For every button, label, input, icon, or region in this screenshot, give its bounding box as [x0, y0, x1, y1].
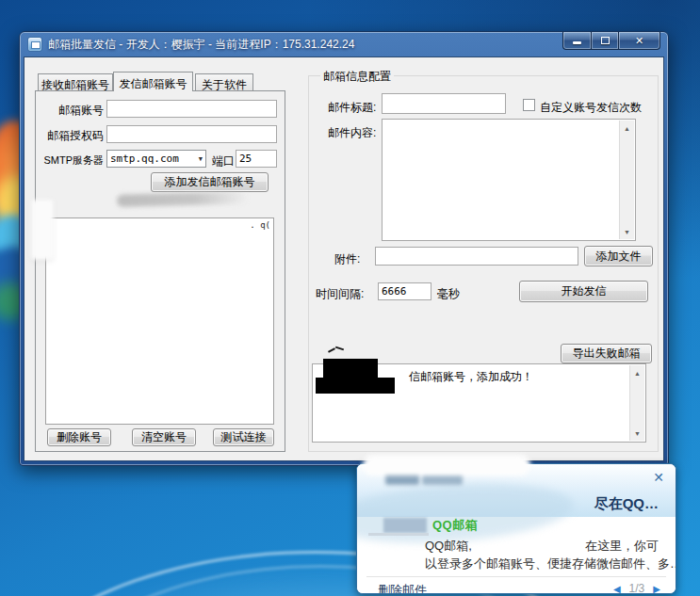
close-button[interactable]: ✕	[619, 32, 660, 50]
app-window: 邮箱批量发信 - 开发人：樱振宇 - 当前进程IP：175.31.242.24 …	[19, 31, 669, 466]
page-prev-icon[interactable]: ◀	[613, 584, 621, 594]
group-title: 邮箱信息配置	[320, 69, 394, 85]
tab-send-accounts[interactable]: 发信邮箱账号	[113, 72, 193, 91]
popup-body-line2: 以登录多个邮箱账号、便捷存储微信邮件、多…	[425, 556, 676, 572]
content-label: 邮件内容:	[328, 125, 376, 141]
redaction-white-blob	[31, 200, 54, 260]
qq-mail-popup: ✕ 尽在QQ… QQ邮箱 QQ邮箱, 在这里，你可 以登录多个邮箱账号、便捷存储…	[356, 463, 676, 594]
maximize-button[interactable]	[591, 32, 619, 50]
account-list-item-fragment: . q(	[250, 220, 270, 230]
custom-times-checkbox[interactable]	[523, 99, 535, 111]
popup-body-line1-right: 在这里，你可	[585, 538, 659, 555]
popup-close-icon[interactable]: ✕	[653, 470, 664, 485]
qq-mail-logo: QQ邮箱	[432, 517, 478, 534]
redaction-smear	[117, 191, 249, 207]
interval-input[interactable]	[378, 282, 431, 300]
smtp-server-select[interactable]: smtp.qq.com ▼	[106, 150, 206, 168]
desktop: 邮箱批量发信 - 开发人：樱振宇 - 当前进程IP：175.31.242.24 …	[0, 0, 700, 596]
maximize-icon	[601, 37, 610, 44]
log-scroll-up-icon[interactable]: ▲	[630, 365, 644, 380]
scroll-down-icon[interactable]: ▼	[620, 224, 634, 239]
smtp-label: SMTP服务器	[36, 153, 104, 168]
start-sending-button[interactable]: 开始发信	[519, 281, 648, 302]
auth-code-label: 邮箱授权码	[36, 128, 104, 144]
page-indicator: 1/3	[629, 582, 645, 594]
redaction-block	[323, 359, 378, 379]
clear-accounts-button[interactable]: 清空账号	[132, 428, 196, 446]
page-next-icon[interactable]: ▶	[653, 584, 660, 594]
smtp-server-value: smtp.qq.com	[110, 153, 179, 165]
tab-receive-accounts[interactable]: 接收邮箱账号	[38, 73, 113, 91]
custom-times-label: 自定义账号发信次数	[540, 100, 642, 116]
popup-body-line1-left: QQ邮箱,	[425, 538, 472, 555]
app-icon	[27, 37, 42, 52]
send-accounts-panel: 邮箱账号 邮箱授权码 SMTP服务器 smtp.qq.com ▼ 端口 添加发信…	[35, 90, 285, 452]
delete-account-button[interactable]: 删除账号	[47, 428, 111, 446]
popup-pager: ◀ 1/3 ▶	[613, 582, 660, 594]
account-label: 邮箱账号	[36, 103, 104, 119]
port-label: 端口	[212, 153, 235, 169]
log-message: 信邮箱账号，添加成功！	[409, 369, 533, 385]
attachment-label: 附件:	[334, 251, 360, 267]
add-sender-account-button[interactable]: 添加发信邮箱账号	[151, 172, 269, 192]
redaction-scribble	[326, 346, 347, 355]
window-controls: ✕	[562, 32, 660, 50]
content-textarea[interactable]: ▲ ▼	[382, 119, 636, 241]
delete-mail-link[interactable]: 删除邮件	[378, 582, 427, 594]
minimize-icon	[573, 41, 581, 44]
subject-input[interactable]	[382, 93, 506, 114]
close-icon: ✕	[635, 35, 643, 47]
redaction-block	[316, 378, 395, 394]
popup-slogan: 尽在QQ…	[594, 495, 659, 513]
content-scrollbar[interactable]: ▲ ▼	[619, 121, 634, 239]
window-client-area: 接收邮箱账号 发信邮箱账号 关于软件 邮箱账号 邮箱授权码 SMTP服务器 sm…	[24, 56, 664, 461]
test-connection-button[interactable]: 测试连接	[213, 428, 274, 446]
minimize-button[interactable]	[562, 32, 591, 50]
attachment-input[interactable]	[375, 247, 578, 266]
scroll-up-icon[interactable]: ▲	[620, 121, 634, 136]
account-input[interactable]	[106, 100, 277, 118]
sender-account-list[interactable]: . q(	[45, 217, 274, 425]
popup-footer: 删除邮件 ◀ 1/3 ▶	[357, 577, 676, 593]
export-failed-button[interactable]: 导出失败邮箱	[561, 344, 652, 363]
log-scrollbar[interactable]: ▲ ▼	[629, 365, 644, 441]
auth-code-input[interactable]	[106, 125, 277, 143]
redaction-white-blob	[363, 455, 530, 475]
log-scroll-down-icon[interactable]: ▼	[630, 426, 644, 441]
mail-config-groupbox: 邮箱信息配置 邮件标题: 自定义账号发信次数 邮件内容: ▲ ▼ 附件: 添加文…	[308, 75, 659, 452]
subject-label: 邮件标题:	[328, 100, 376, 116]
tab-about[interactable]: 关于软件	[195, 73, 253, 91]
window-title: 邮箱批量发信 - 开发人：樱振宇 - 当前进程IP：175.31.242.24	[48, 37, 354, 53]
popup-divider-decoration	[368, 533, 429, 536]
interval-unit-label: 毫秒	[437, 286, 460, 302]
redaction-block	[383, 518, 427, 533]
dropdown-arrow-icon: ▼	[199, 155, 203, 163]
add-file-button[interactable]: 添加文件	[584, 246, 653, 266]
interval-label: 时间间隔:	[316, 286, 364, 302]
port-input[interactable]	[236, 150, 277, 168]
